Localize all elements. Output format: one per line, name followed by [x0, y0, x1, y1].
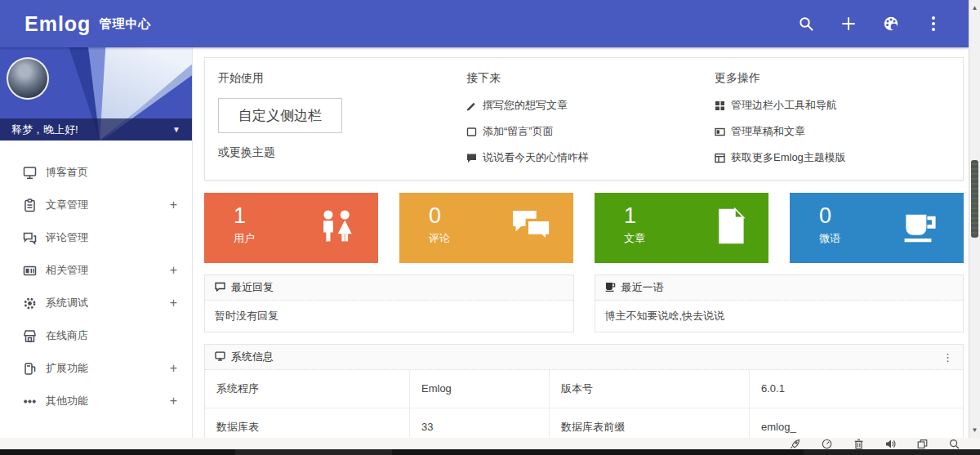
quickstart-col-start: 开始使用 自定义侧边栏 或更换主题	[218, 71, 466, 165]
stat-card-articles[interactable]: 1 文章	[595, 193, 768, 263]
info-label: 系统程序	[205, 370, 410, 408]
write-icon	[466, 100, 477, 111]
sidebar-item-extensions[interactable]: 扩展功能 +	[0, 352, 192, 385]
manage-drafts-link[interactable]: 管理草稿和文章	[715, 124, 963, 139]
monitor-icon	[215, 351, 225, 364]
drafts-icon	[715, 127, 725, 137]
sidebar-header-art: 释梦，晚上好! ▼	[0, 47, 192, 141]
quick-link-label: 获取更多Emlog主题模版	[731, 150, 846, 165]
stat-card-notes[interactable]: 0 微语	[790, 193, 964, 263]
change-theme-link[interactable]: 或更换主题	[218, 145, 466, 160]
store-icon	[23, 329, 37, 343]
windows-icon[interactable]	[917, 439, 928, 449]
info-value: Emlog	[410, 370, 550, 408]
sidebar-item-comments[interactable]: 评论管理	[0, 221, 192, 254]
info-label: 数据库表前缀	[550, 408, 750, 439]
plugin-icon	[23, 362, 37, 376]
sidebar-item-label: 相关管理	[46, 263, 88, 278]
add-page-link[interactable]: 添加“留言”页面	[466, 124, 715, 139]
sidebar-item-blog-home[interactable]: 博客首页	[0, 156, 192, 189]
header-actions	[797, 15, 942, 33]
recent-panels: 最近回复 暂时没有回复 最近一语 博主不知要说啥,快去说说	[204, 274, 964, 332]
sidebar-item-related[interactable]: 相关管理 +	[0, 254, 192, 287]
add-icon[interactable]	[840, 15, 858, 33]
quick-link-label: 说说看今天的心情咋样	[483, 150, 589, 165]
comments-icon	[23, 231, 37, 245]
quickstart-col-next: 接下来 撰写您的想写文章 添加“留言”页面 说说看今天的心情咋样	[466, 71, 715, 165]
section-title: 接下来	[466, 71, 715, 86]
sidebar-item-label: 博客首页	[46, 165, 88, 180]
coffee-icon	[902, 208, 942, 248]
recent-note-body: 博主不知要说啥,快去说说	[595, 301, 964, 332]
get-themes-link[interactable]: 获取更多Emlog主题模版	[715, 150, 963, 165]
expand-icon[interactable]: +	[170, 198, 177, 212]
stat-card-comments[interactable]: 0 评论	[399, 193, 573, 263]
sidebar-item-label: 在线商店	[46, 328, 88, 343]
panel-title: 系统信息	[231, 350, 274, 364]
panel-header: 最近一语	[595, 275, 964, 301]
scrollbar-thumb[interactable]	[971, 160, 978, 238]
gear-icon	[23, 297, 37, 310]
user-greeting-bar[interactable]: 释梦，晚上好! ▼	[0, 118, 192, 141]
users-icon	[318, 209, 357, 247]
section-title: 更多操作	[715, 71, 963, 86]
panel-header: 最近回复	[205, 275, 573, 301]
sidebar-item-store[interactable]: 在线商店	[0, 319, 192, 352]
post-note-link[interactable]: 说说看今天的心情咋样	[466, 150, 715, 165]
sidebar-item-debug[interactable]: 系统调试 +	[0, 287, 192, 319]
top-header: Emlog 管理中心	[0, 0, 969, 47]
stat-card-users[interactable]: 1 用户	[204, 193, 378, 263]
vertical-scrollbar[interactable]: ▲ ▼	[969, 0, 980, 439]
rocket-icon[interactable]	[790, 439, 800, 449]
sidebar-item-other[interactable]: 其他功能 +	[0, 385, 192, 417]
greeting-text: 释梦，晚上好!	[11, 123, 78, 137]
user-avatar[interactable]	[7, 57, 49, 100]
recent-reply-body: 暂时没有回复	[205, 301, 573, 332]
app-logo[interactable]: Emlog	[24, 12, 91, 36]
emlog-admin-dashboard: Emlog 管理中心	[0, 0, 980, 455]
chevron-down-icon[interactable]: ▼	[172, 125, 180, 134]
gauge-icon[interactable]	[822, 439, 832, 449]
sidebar-item-articles[interactable]: 文章管理 +	[0, 189, 192, 221]
write-article-link[interactable]: 撰写您的想写文章	[466, 98, 715, 113]
sidebar-item-label: 扩展功能	[46, 361, 88, 376]
sidebar-item-label: 评论管理	[46, 230, 88, 245]
kebab-menu-icon[interactable]	[924, 15, 942, 33]
themes-icon	[715, 153, 725, 163]
main-content: 开始使用 自定义侧边栏 或更换主题 接下来 撰写您的想写文章 添加“留言”页面 …	[193, 47, 969, 439]
quickstart-panel: 开始使用 自定义侧边栏 或更换主题 接下来 撰写您的想写文章 添加“留言”页面 …	[204, 57, 964, 181]
info-label: 版本号	[550, 370, 750, 408]
quick-link-label: 撰写您的想写文章	[483, 98, 568, 113]
search-icon[interactable]	[797, 15, 815, 33]
sidebar-item-label: 文章管理	[46, 198, 88, 212]
table-row: 系统程序 Emlog 版本号 6.0.1	[205, 370, 963, 408]
table-row: 数据库表 33 数据库表前缀 emlog_	[205, 408, 963, 439]
scroll-up-icon[interactable]: ▲	[969, 4, 980, 11]
widgets-icon	[715, 100, 725, 111]
expand-icon[interactable]: +	[170, 263, 177, 278]
volume-icon[interactable]	[885, 439, 896, 449]
ellipsis-icon	[23, 395, 37, 408]
file-icon	[715, 207, 747, 248]
panel-header: 系统信息 ⋮	[205, 345, 963, 370]
id-card-icon	[23, 264, 37, 278]
panel-title: 最近一语	[621, 280, 664, 295]
expand-icon[interactable]: +	[170, 394, 177, 408]
kebab-menu-icon[interactable]: ⋮	[942, 351, 953, 364]
sidebar-item-label: 系统调试	[46, 296, 88, 310]
quick-link-label: 管理草稿和文章	[731, 124, 805, 139]
expand-icon[interactable]: +	[170, 296, 177, 310]
sidebar: 释梦，晚上好! ▼ 博客首页 文章管理 + 评论管理 相关管理 +	[0, 47, 193, 439]
manage-widgets-link[interactable]: 管理边栏小工具和导航	[715, 98, 963, 113]
info-label: 数据库表	[205, 408, 410, 439]
palette-icon[interactable]	[882, 15, 900, 33]
customize-sidebar-button[interactable]: 自定义侧边栏	[218, 98, 342, 133]
sidebar-item-label: 其他功能	[46, 394, 88, 408]
trash-icon[interactable]	[853, 439, 864, 449]
taskbar	[0, 449, 980, 455]
zoom-icon[interactable]	[949, 439, 960, 449]
scroll-down-icon[interactable]: ▼	[969, 426, 980, 434]
system-info-panel: 系统信息 ⋮ 系统程序 Emlog 版本号 6.0.1 数据库表 33 数据库表…	[204, 344, 964, 439]
expand-icon[interactable]: +	[170, 361, 177, 376]
info-value: 6.0.1	[750, 370, 963, 408]
